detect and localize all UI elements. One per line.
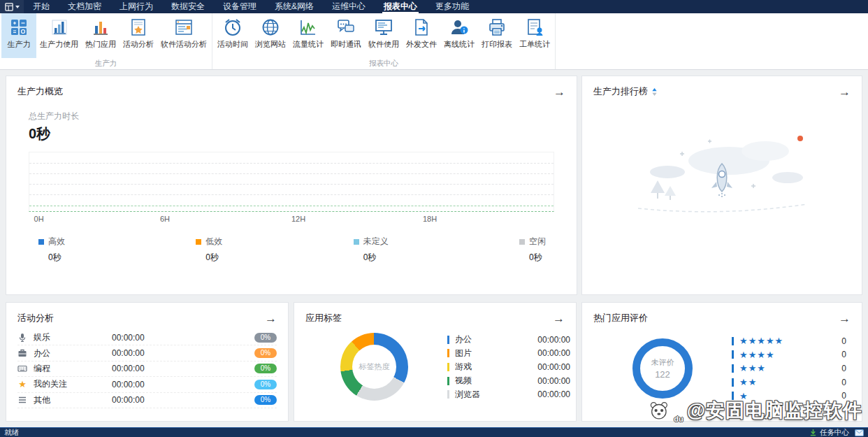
ribbon-button-label: 生产力	[8, 39, 31, 50]
menu-item-start[interactable]: 开始	[24, 0, 59, 13]
legend-bar	[732, 364, 734, 373]
ribbon-button-label: 离线统计	[444, 39, 475, 50]
legend-item-idle: 空闲 0秒	[519, 236, 546, 264]
card-hot-app-ratings: 热门应用评价 → 未评价 122 ★★★★★0 ★★★★0 ★★★0 ★★0 ★…	[581, 302, 862, 422]
message-icon[interactable]	[855, 429, 864, 436]
star-doc-icon	[129, 17, 148, 37]
menu-item-internet-behavior[interactable]: 上网行为	[110, 0, 162, 13]
menu-item-data-security[interactable]: 数据安全	[162, 0, 214, 13]
ribbon-button-software-usage[interactable]: 软件使用	[365, 13, 403, 58]
tag-donut-chart: 标签热度	[340, 333, 408, 401]
clock-icon	[223, 17, 243, 37]
menu-item-more-features[interactable]: 更多功能	[426, 0, 478, 13]
ribbon-group-report-center: 活动时间 浏览网站 流量统计 即时通讯	[212, 13, 556, 69]
card-app-tags: 应用标签 → 标签热度 办公00:00:00 图片00:00:00 游戏00:0…	[294, 302, 577, 422]
legend-bar	[447, 363, 449, 371]
legend-bar	[447, 377, 449, 385]
grid-icon	[9, 17, 29, 37]
top-menubar: 开始 文档加密 上网行为 数据安全 设备管理 系统&网络 运维中心 报表中心 更…	[0, 0, 868, 13]
app-menu-button[interactable]	[0, 0, 24, 13]
card-activity-analysis: 活动分析 → 娱乐 00:00:00 0% 办公 00:00:00 0%	[6, 302, 289, 422]
ribbon-button-outgoing-files[interactable]: 外发文件	[403, 13, 440, 58]
task-center-button[interactable]: 任务中心	[810, 428, 849, 437]
legend-bar	[732, 392, 734, 400]
arrow-right-icon[interactable]: →	[839, 313, 851, 324]
offline-user-icon	[449, 17, 469, 37]
card-productivity-overview: 生产力概览 → 总生产力时长 0秒 0H 6H 12H 18H 高效 0秒 低效…	[6, 76, 577, 295]
ribbon-button-label: 活动时间	[217, 39, 248, 50]
printer-icon	[487, 17, 507, 37]
legend-item-efficient: 高效 0秒	[38, 236, 65, 264]
rating-donut-chart: 未评价 122	[632, 338, 693, 399]
statusbar: 就绪 任务中心	[0, 427, 868, 437]
menu-item-report-center[interactable]: 报表中心	[375, 0, 426, 13]
ribbon-button-label: 软件活动分析	[161, 39, 207, 50]
menu-item-ops-center[interactable]: 运维中心	[323, 0, 375, 13]
ribbon-button-ticket-stats[interactable]: 工单统计	[516, 13, 554, 58]
ribbon-button-instant-messaging[interactable]: 即时通讯	[327, 13, 365, 58]
arrow-right-icon[interactable]: →	[839, 86, 851, 98]
arrow-right-icon[interactable]: →	[553, 313, 565, 324]
rating-row-1-star: ★0	[732, 389, 846, 403]
card-title: 热门应用评价	[593, 312, 648, 324]
task-center-label: 任务中心	[820, 428, 849, 437]
empty-state-illustration	[582, 120, 862, 225]
rating-row-4-stars: ★★★★0	[732, 348, 846, 362]
ribbon-button-label: 生产力使用	[40, 39, 78, 50]
ribbon-button-label: 流量统计	[293, 39, 324, 50]
activity-row-programming: 编程 00:00:00 0%	[17, 361, 277, 377]
total-productivity-value: 0秒	[29, 124, 577, 143]
ribbon-button-label: 打印报表	[482, 39, 512, 50]
stars: ★★★★★	[739, 336, 783, 345]
ribbon-button-productivity-usage[interactable]: 生产力使用	[36, 13, 82, 58]
ribbon-button-print-report[interactable]: 打印报表	[478, 13, 516, 58]
ribbon-button-label: 软件使用	[368, 39, 399, 50]
ribbon-button-label: 工单统计	[519, 39, 550, 50]
sort-icon[interactable]	[651, 88, 658, 96]
rating-rows: ★★★★★0 ★★★★0 ★★★0 ★★0 ★0	[732, 334, 846, 403]
ribbon-button-label: 即时通讯	[331, 39, 361, 50]
ribbon-button-software-activity-analysis[interactable]: 软件活动分析	[157, 13, 210, 58]
activity-row-my-focus: ★ 我的关注 00:00:00 0%	[17, 377, 277, 392]
arrow-right-icon[interactable]: →	[554, 86, 565, 98]
legend-item-undefined: 未定义 0秒	[354, 236, 389, 264]
percent-badge: 0%	[254, 395, 277, 405]
globe-icon	[261, 17, 280, 37]
legend-bar	[732, 350, 734, 359]
dashboard: 生产力概览 → 总生产力时长 0秒 0H 6H 12H 18H 高效 0秒 低效…	[0, 70, 868, 427]
legend-bar	[732, 378, 734, 387]
ribbon-button-productivity[interactable]: 生产力	[1, 13, 36, 58]
menu-item-system-network[interactable]: 系统&网络	[266, 0, 323, 13]
briefcase-icon	[17, 348, 27, 358]
arrow-right-icon[interactable]: →	[265, 313, 277, 324]
ribbon-group-label: 生产力	[1, 58, 210, 69]
window-list-icon	[174, 17, 194, 37]
ribbon-button-activity-time[interactable]: 活动时间	[214, 13, 252, 58]
ribbon-button-traffic-stats[interactable]: 流量统计	[289, 13, 327, 58]
card-productivity-ranking: 生产力排行榜 →	[581, 76, 862, 295]
percent-badge: 0%	[254, 348, 277, 358]
ribbon-button-browse-websites[interactable]: 浏览网站	[252, 13, 289, 58]
tag-row-office: 办公00:00:00	[447, 333, 570, 347]
ribbon-toolbar: 生产力 生产力使用 热门应用 活动分析	[0, 13, 868, 70]
x-axis-ticks: 0H 6H 12H 18H	[29, 215, 554, 224]
ribbon-button-hot-apps[interactable]: 热门应用	[82, 13, 120, 58]
chevron-down-icon	[15, 6, 20, 8]
activity-row-entertainment: 娱乐 00:00:00 0%	[17, 330, 277, 345]
tag-row-images: 图片00:00:00	[447, 347, 570, 361]
file-export-icon	[412, 17, 431, 37]
stars: ★★★	[739, 364, 766, 373]
stars: ★★★★	[739, 350, 775, 359]
percent-badge: 0%	[254, 333, 277, 343]
legend-bar	[732, 337, 734, 345]
legend-bar	[447, 336, 449, 344]
traffic-chart-icon	[298, 17, 318, 37]
ribbon-button-activity-analysis[interactable]: 活动分析	[120, 13, 157, 58]
menu-item-device-management[interactable]: 设备管理	[214, 0, 266, 13]
tag-row-browser: 浏览器00:00:00	[447, 387, 570, 401]
status-ready-label: 就绪	[4, 428, 19, 437]
tag-row-video: 视频00:00:00	[447, 374, 570, 388]
menu-item-doc-encryption[interactable]: 文档加密	[59, 0, 110, 13]
activity-row-office: 办公 00:00:00 0%	[17, 345, 277, 361]
ribbon-button-offline-stats[interactable]: 离线统计	[440, 13, 478, 58]
